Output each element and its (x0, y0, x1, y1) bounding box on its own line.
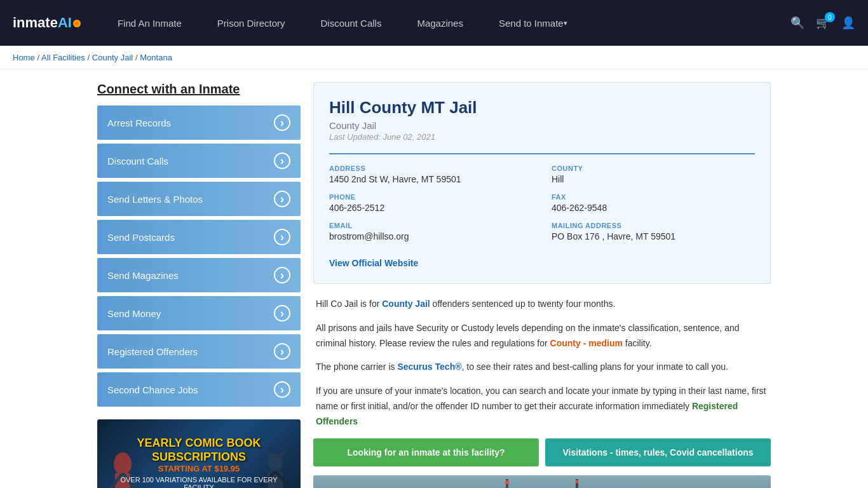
ad-subtitle: STARTING AT $19.95 (105, 464, 293, 473)
ad-title-line1: YEARLY COMIC BOOK (105, 437, 293, 451)
address-block: ADDRESS 1450 2nd St W, Havre, MT 59501 (329, 165, 532, 184)
sidebar: Connect with an Inmate Arrest Records › … (97, 82, 301, 488)
arrow-icon: › (274, 152, 290, 169)
fax-label: FAX (552, 193, 755, 201)
description-section: Hill Co Jail is for County Jail offender… (313, 297, 771, 430)
facility-info-grid: ADDRESS 1450 2nd St W, Havre, MT 59501 C… (329, 153, 755, 241)
breadcrumb-county-jail[interactable]: County Jail (92, 53, 133, 62)
arrow-icon: › (274, 305, 290, 322)
nav-magazines[interactable]: Magazines (399, 0, 481, 46)
main-nav: inmateAI Find An Inmate Prison Directory… (0, 0, 868, 46)
facility-last-updated: Last Updated: June 02, 2021 (329, 132, 755, 142)
cart-badge: 0 (825, 12, 835, 22)
sidebar-item-send-postcards[interactable]: Send Postcards › (97, 220, 301, 254)
facility-card: Hill County MT Jail County Jail Last Upd… (313, 82, 771, 284)
sidebar-item-send-money[interactable]: Send Money › (97, 296, 301, 330)
county-label: COUNTY (552, 165, 755, 172)
facility-name: Hill County MT Jail (329, 98, 755, 118)
address-label: ADDRESS (329, 165, 532, 172)
arrow-icon: › (274, 229, 290, 245)
logo-dot (73, 20, 81, 27)
find-inmate-button[interactable]: Looking for an inmate at this facility? (313, 438, 539, 466)
sidebar-item-send-letters[interactable]: Send Letters & Photos › (97, 182, 301, 216)
arrow-icon: › (274, 381, 290, 398)
email-value: brostrom@hillso.org (329, 231, 532, 241)
address-value: 1450 2nd St W, Havre, MT 59501 (329, 174, 532, 184)
sidebar-item-discount-calls[interactable]: Discount Calls › (97, 144, 301, 178)
phone-value: 406-265-2512 (329, 203, 532, 213)
county-block: COUNTY Hill (552, 165, 755, 184)
ad-content: YEARLY COMIC BOOK SUBSCRIPTIONS STARTING… (97, 429, 301, 488)
ad-title-line2: SUBSCRIPTIONS (105, 451, 293, 464)
mailing-label: MAILING ADDRESS (552, 222, 755, 229)
breadcrumb-home[interactable]: Home (13, 53, 35, 62)
description-para2: All prisons and jails have Security or C… (316, 321, 768, 351)
logo[interactable]: inmateAI (13, 15, 81, 31)
arrow-icon: › (274, 267, 290, 283)
mailing-value: PO Box 176 , Havre, MT 59501 (552, 231, 755, 241)
nav-send-to-inmate[interactable]: Send to Inmate (481, 0, 585, 46)
facility-photo-strip (313, 475, 771, 488)
email-block: EMAIL brostrom@hillso.org (329, 222, 532, 241)
securus-tech-link[interactable]: Securus Tech® (397, 362, 461, 372)
svg-point-29 (576, 480, 579, 483)
arrow-icon: › (274, 343, 290, 360)
fax-value: 406-262-9548 (552, 203, 755, 213)
search-icon[interactable]: 🔍 (790, 16, 804, 30)
nav-discount-calls[interactable]: Discount Calls (303, 0, 400, 46)
arrow-icon: › (274, 114, 290, 131)
main-container: Connect with an Inmate Arrest Records › … (85, 69, 783, 488)
phone-block: PHONE 406-265-2512 (329, 193, 532, 213)
nav-prison-directory[interactable]: Prison Directory (200, 0, 303, 46)
county-value: Hill (552, 174, 755, 184)
description-para1: Hill Co Jail is for County Jail offender… (316, 297, 768, 312)
svg-point-22 (505, 480, 509, 484)
county-medium-link[interactable]: County - medium (550, 338, 623, 348)
description-para4: If you are unsure of your inmate's locat… (316, 384, 768, 429)
view-official-website-link[interactable]: View Official Website (329, 258, 418, 268)
sidebar-ad[interactable]: YEARLY COMIC BOOK SUBSCRIPTIONS STARTING… (97, 419, 301, 488)
sidebar-item-send-magazines[interactable]: Send Magazines › (97, 258, 301, 292)
arrow-icon: › (274, 191, 290, 207)
content-area: Hill County MT Jail County Jail Last Upd… (313, 82, 771, 488)
sidebar-item-second-chance-jobs[interactable]: Second Chance Jobs › (97, 372, 301, 407)
mailing-block: MAILING ADDRESS PO Box 176 , Havre, MT 5… (552, 222, 755, 241)
breadcrumb: Home / All Facilities / County Jail / Mo… (0, 46, 868, 69)
email-label: EMAIL (329, 222, 532, 229)
photo-strip-inner (313, 475, 771, 488)
action-buttons: Looking for an inmate at this facility? … (313, 438, 771, 466)
nav-links: Find An Inmate Prison Directory Discount… (100, 0, 790, 46)
facility-type: County Jail (329, 120, 755, 131)
tower-svg-1 (498, 479, 517, 488)
nav-find-inmate[interactable]: Find An Inmate (100, 0, 200, 46)
sidebar-menu: Arrest Records › Discount Calls › Send L… (97, 105, 301, 407)
ad-description: OVER 100 VARIATIONS AVAILABLE FOR EVERY … (105, 476, 293, 488)
cart-icon[interactable]: 🛒 0 (816, 16, 830, 30)
visitations-button[interactable]: Visitations - times, rules, Covid cancel… (545, 438, 771, 466)
sidebar-item-registered-offenders[interactable]: Registered Offenders › (97, 334, 301, 369)
description-para3: The phone carrier is Securus Tech®, to s… (316, 360, 768, 375)
sidebar-item-arrest-records[interactable]: Arrest Records › (97, 105, 301, 140)
fax-block: FAX 406-262-9548 (552, 193, 755, 213)
nav-icons: 🔍 🛒 0 👤 (790, 16, 855, 30)
phone-label: PHONE (329, 193, 532, 201)
tower-svg-2 (567, 479, 587, 488)
sidebar-title: Connect with an Inmate (97, 82, 301, 97)
county-jail-link[interactable]: County Jail (382, 299, 430, 309)
user-icon[interactable]: 👤 (841, 16, 855, 30)
breadcrumb-montana[interactable]: Montana (140, 53, 172, 62)
breadcrumb-all-facilities[interactable]: All Facilities (41, 53, 85, 62)
